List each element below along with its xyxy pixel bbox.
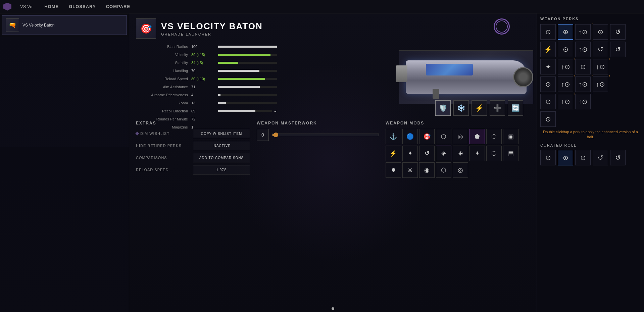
mod-10[interactable]: ✦ (402, 146, 418, 161)
perk-magazine[interactable]: ⚡ (472, 100, 487, 116)
stat-row: Zoom13 (136, 100, 277, 106)
mod-3[interactable]: 🎯 (419, 129, 435, 144)
sidebar: 🔫 VS Velocity Baton (0, 13, 129, 312)
curated-perk-1[interactable]: ⊕ (558, 150, 573, 165)
diamond-icon (135, 132, 139, 135)
curated-perk-4[interactable]: ↺ (610, 150, 626, 165)
extra-label-retired: HIDE RETIRED PERKS (136, 144, 190, 148)
stat-row: Rounds Per Minute72 (136, 116, 277, 122)
weapon-type-icon (494, 18, 510, 35)
stat-bar-container (218, 86, 277, 88)
stat-value: 89 (+15) (191, 53, 218, 57)
mod-11[interactable]: ↺ (419, 146, 435, 161)
mod-9[interactable]: ⚡ (386, 146, 401, 161)
stat-value: 34 (+5) (191, 61, 218, 65)
perk-col0-row3[interactable]: ⊙ (540, 76, 556, 92)
mod-16[interactable]: ▤ (503, 146, 518, 161)
mod-18[interactable]: ⚔ (402, 162, 418, 178)
comparisons-btn[interactable]: ADD TO COMPARISONS (193, 153, 250, 162)
stat-bonus-bar (259, 78, 265, 80)
stat-label: Reload Speed (136, 77, 191, 81)
perk-trait1[interactable]: ➕ (490, 100, 505, 116)
perk-col2-row3[interactable]: ↑⊙ (575, 76, 591, 92)
curated-col-0: ⊙ (540, 150, 556, 165)
mod-1[interactable]: ⚓ (386, 129, 401, 144)
mod-13[interactable]: ⊕ (453, 146, 468, 161)
gun-stock (396, 65, 407, 82)
perk-col2-row1[interactable]: ↑⊙ (575, 42, 591, 57)
perk-col4-row1[interactable]: ↺ (610, 42, 626, 57)
curated-perk-0[interactable]: ⊙ (540, 150, 556, 165)
stat-bar-container (218, 94, 277, 96)
perk-trait2[interactable]: 🔄 (508, 100, 523, 116)
perk-col0-row0[interactable]: ⊙ (540, 24, 556, 40)
mod-12[interactable]: ◈ (436, 146, 451, 161)
nav-compare[interactable]: COMPARE (106, 4, 130, 9)
stat-label: Rounds Per Minute (136, 117, 191, 121)
right-panel: WEAPON PERKS ⊙ ⚡ ✦ ⊙ ⊙ ⊙ ⊕ ⊙ ↑⊙ ↑⊙ ↑⊙ (537, 13, 644, 312)
perk-col3-row1[interactable]: ↺ (593, 42, 608, 57)
stat-bar-container (218, 70, 277, 72)
perk-col1-row1[interactable]: ⊙ (558, 42, 573, 57)
stat-bonus-bar (262, 54, 270, 56)
gun-blue-detail (426, 64, 473, 75)
mod-15[interactable]: ⬡ (486, 146, 502, 161)
perk-col0-row1[interactable]: ⚡ (540, 42, 556, 57)
mod-2[interactable]: 🔵 (402, 129, 418, 144)
stat-row: Velocity89 (+15) (136, 52, 277, 58)
extras-panel: EXTRAS DIM WISHLIST COPY WISHLIST ITEM H… (136, 121, 250, 302)
mod-6[interactable]: ⬟ (469, 129, 485, 144)
perk-col-3: ⊙ ↺ ↑⊙ ↑⊙ (593, 24, 608, 127)
perk-col3-row3[interactable]: ↑⊙ (593, 76, 608, 92)
mod-20[interactable]: ⬡ (436, 162, 451, 178)
perk-col0-row2[interactable]: ✦ (540, 59, 556, 74)
extra-row-comparisons: COMPARISONS ADD TO COMPARISONS (136, 153, 250, 162)
retired-btn[interactable]: INACTIVE (193, 141, 250, 150)
weapon-icon: 🎯 (136, 18, 156, 39)
gun-barrel (513, 67, 533, 87)
masterwork-track[interactable] (272, 134, 379, 136)
stat-row: Airborne Effectiveness4 (136, 92, 277, 98)
nav-glossary[interactable]: GLOSSARY (69, 4, 96, 9)
dot-indicator (129, 305, 537, 312)
perk-intrinsic[interactable]: 🛡️ (435, 100, 451, 116)
curated-col-1: ⊕ (558, 150, 573, 165)
curated-perk-2[interactable]: ⊙ (575, 150, 591, 165)
mod-5[interactable]: ◎ (453, 129, 468, 144)
perk-col3-row2[interactable]: ↑⊙ (593, 59, 608, 74)
perk-col4-row0[interactable]: ↺ (610, 24, 626, 40)
perk-barrel[interactable]: ❄️ (453, 100, 469, 116)
perk-col2-row4[interactable]: ↑⊙ (575, 94, 591, 109)
perk-col1-row4[interactable]: ↑⊙ (558, 94, 573, 109)
weapon-title-block: VS VELOCITY BATON GRENADE LAUNCHER (161, 21, 530, 36)
perk-col1-row0[interactable]: ⊕ (558, 24, 573, 40)
extra-row-retired: HIDE RETIRED PERKS INACTIVE (136, 141, 250, 150)
mod-8[interactable]: ▣ (503, 129, 518, 144)
perk-col-2: ↑⊙ ↑⊙ ⊙ ↑⊙ ↑⊙ (575, 24, 591, 127)
perk-col3-row0[interactable]: ⊙ (593, 24, 608, 40)
perk-col2-row0[interactable]: ↑⊙ (575, 24, 591, 40)
sidebar-weapon-item[interactable]: 🔫 VS Velocity Baton (2, 15, 127, 35)
perk-col0-row5[interactable]: ⊙ (540, 111, 556, 127)
perk-col2-row2[interactable]: ⊙ (575, 59, 591, 74)
dot-1 (332, 307, 334, 310)
stat-label: Blast Radius (136, 45, 191, 49)
stat-bar-container (218, 102, 277, 104)
content-area: 🎯 VS VELOCITY BATON GRENADE LAUNCHER Bla… (129, 13, 537, 312)
mod-4[interactable]: ⬡ (436, 129, 451, 144)
stat-value: 72 (191, 117, 218, 121)
mod-14[interactable]: ✦ (469, 146, 485, 161)
mod-19[interactable]: ◉ (419, 162, 435, 178)
perk-col1-row2[interactable]: ↑⊙ (558, 59, 573, 74)
curated-perk-3[interactable]: ↺ (593, 150, 608, 165)
mod-21[interactable]: ◎ (453, 162, 468, 178)
curated-col-2: ⊙ (575, 150, 591, 165)
stat-bar (218, 86, 260, 88)
perk-col1-row3[interactable]: ↑⊙ (558, 76, 573, 92)
stat-label: Recoil Direction (136, 109, 191, 113)
perk-col0-row4[interactable]: ⊙ (540, 94, 556, 109)
mod-17[interactable]: ✸ (386, 162, 401, 178)
nav-home[interactable]: HOME (44, 4, 59, 9)
mod-7[interactable]: ⬡ (486, 129, 502, 144)
main-layout: 🔫 VS Velocity Baton 🎯 VS VELOCITY BATON … (0, 13, 644, 312)
